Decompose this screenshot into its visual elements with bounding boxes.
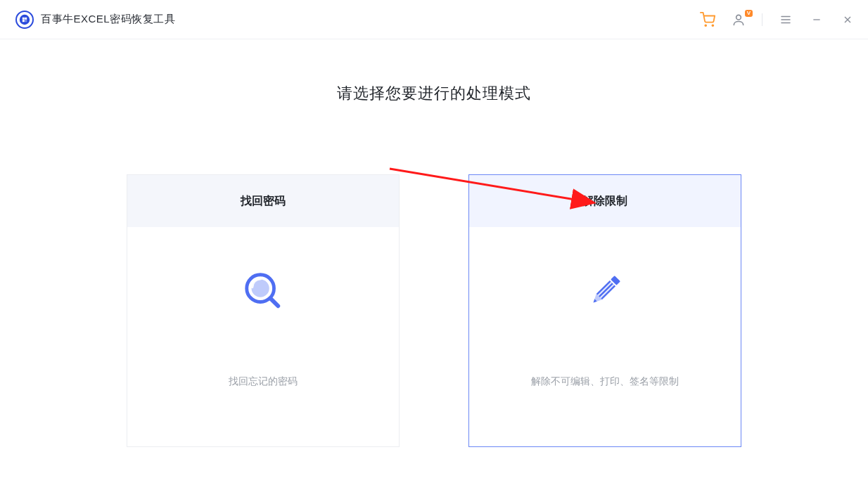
page-heading: 请选择您要进行的处理模式 [0, 83, 868, 104]
svg-point-8 [736, 15, 741, 20]
svg-rect-5 [25, 20, 27, 22]
titlebar: 百事牛EXCEL密码恢复工具 V [0, 0, 868, 39]
minimize-icon[interactable] [809, 12, 824, 27]
separator [762, 13, 762, 26]
cart-icon[interactable] [700, 12, 715, 27]
svg-rect-4 [23, 20, 25, 22]
card-body: 找回忘记的密码 [127, 227, 399, 446]
card-desc: 解除不可编辑、打印、签名等限制 [531, 375, 679, 388]
svg-rect-2 [23, 17, 25, 19]
svg-line-17 [271, 299, 279, 306]
svg-point-1 [20, 14, 30, 24]
mode-cards: 找回密码 找回忘记的密码 解除限制 [0, 174, 868, 447]
pencil-icon [582, 269, 627, 314]
app-title: 百事牛EXCEL密码恢复工具 [41, 13, 175, 26]
svg-rect-3 [25, 17, 27, 19]
svg-point-7 [712, 25, 713, 26]
card-desc: 找回忘记的密码 [229, 375, 298, 388]
card-header: 解除限制 [469, 175, 741, 227]
card-header: 找回密码 [127, 175, 399, 227]
card-title: 找回密码 [241, 194, 286, 209]
card-remove-restriction[interactable]: 解除限制 解除不可编辑、打印、签名等限制 [468, 174, 741, 447]
svg-point-6 [705, 25, 706, 26]
card-recover-password[interactable]: 找回密码 找回忘记的密码 [127, 174, 400, 447]
magnifier-icon [241, 269, 286, 314]
card-title: 解除限制 [582, 194, 627, 209]
main-content: 请选择您要进行的处理模式 找回密码 找回忘记的密码 解除 [0, 39, 868, 447]
card-body: 解除不可编辑、打印、签名等限制 [469, 227, 741, 446]
titlebar-left: 百事牛EXCEL密码恢复工具 [15, 11, 175, 29]
app-logo-icon [15, 11, 34, 29]
close-icon[interactable] [840, 12, 855, 27]
user-icon[interactable]: V [731, 12, 746, 27]
titlebar-right: V [700, 12, 855, 27]
menu-icon[interactable] [778, 12, 793, 27]
vip-badge: V [745, 10, 753, 17]
